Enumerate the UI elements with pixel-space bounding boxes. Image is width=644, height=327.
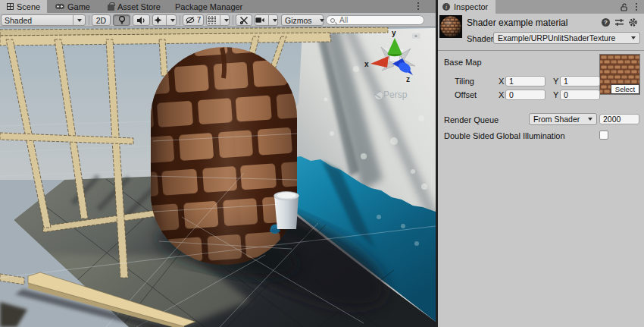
effects-sparkle-icon [154,16,162,24]
toggle-2d-button[interactable]: 2D [92,14,111,26]
hidden-objects-button[interactable]: 7 [183,14,204,26]
eye-slash-icon [186,16,195,24]
shader-dropdown[interactable]: Example/URPUnlitShaderTexture [493,32,640,44]
render-queue-input[interactable] [599,114,639,124]
gear-icon[interactable] [628,17,638,27]
scene-toolbar: Shaded 2D [0,13,436,27]
tab-inspector[interactable]: Inspector [438,0,496,14]
tab-scene[interactable]: Scene [0,0,47,13]
shading-mode-dropdown[interactable]: Shaded [1,14,86,26]
render-queue-dropdown-value: From Shader [533,115,580,124]
projection-label[interactable]: Persp [383,90,408,100]
help-icon[interactable] [602,18,610,27]
tools-icon [239,16,249,25]
editor-tools-button[interactable] [236,14,252,26]
scene-grid-icon [7,3,14,10]
tab-inspector-label: Inspector [454,2,488,11]
grid-snapping-dropdown[interactable] [206,14,230,26]
audio-toggle-button[interactable] [133,14,150,26]
tiling-label: Tiling [455,77,474,86]
tab-package-manager-label: Package Manager [175,2,242,11]
chevron-down-icon [588,118,592,121]
viewport-corner-icon [412,33,420,39]
section-separator [438,50,644,51]
base-map-section-label: Base Map [444,58,482,67]
preset-icon[interactable] [615,19,624,26]
chevron-down-icon [77,19,82,22]
scene-tabbar-menu-icon[interactable] [417,2,419,4]
camera-icon [255,17,264,24]
lightbulb-icon [117,15,127,25]
gamepad-icon [55,4,64,9]
hidden-objects-count: 7 [197,16,202,24]
render-queue-dropdown[interactable]: From Shader [529,113,597,125]
tab-asset-store[interactable]: Asset Store [101,0,167,13]
divider [233,15,233,25]
tiling-x-input[interactable] [505,76,546,86]
info-icon [442,3,450,11]
chevron-down-icon [273,19,277,22]
axis-y-label: y [392,29,396,37]
texture-select-button[interactable]: Select [611,84,639,94]
double-sided-gi-checkbox[interactable] [599,130,608,140]
offset-label: Offset [455,90,477,99]
double-sided-gi-label: Double Sided Global Illumination [444,131,565,140]
chevron-down-icon [170,19,175,22]
camera-dropdown-button[interactable] [255,14,278,26]
scene-viewport[interactable]: y x z Persp [0,27,436,327]
divider [268,15,269,25]
axis-x-label: x [364,60,369,68]
scene-tabbar: Scene Game Asset Store Package Manager [0,0,436,13]
render-queue-label: Render Queue [444,115,499,124]
inspector-menu-icon[interactable] [636,3,637,5]
offset-x-input[interactable] [505,90,546,100]
lock-icon[interactable] [620,3,628,11]
search-icon [330,18,335,23]
divider [73,15,73,25]
inspector-panel: Inspector [438,0,644,327]
chevron-down-icon [224,19,229,22]
tab-game[interactable]: Game [48,0,97,13]
grid-icon [208,16,216,24]
scene-panel: Scene Game Asset Store Package Manager S… [0,0,436,327]
divider [220,15,220,25]
tab-game-label: Game [67,2,90,11]
axis-z-label: z [406,75,410,83]
tiling-y-input[interactable] [560,76,600,86]
tiling-x-label: X [499,77,504,86]
effects-dropdown-button[interactable] [152,14,177,26]
unity-editor-window: Scene Game Asset Store Package Manager S… [0,0,644,327]
gizmos-dropdown[interactable]: Gizmos [281,14,324,26]
divider [89,15,89,25]
tab-scene-label: Scene [17,2,40,11]
lighting-toggle-button[interactable] [113,14,130,26]
search-input[interactable] [338,15,420,25]
shader-dropdown-value: Example/URPUnlitShaderTexture [498,33,615,42]
offset-y-input[interactable] [560,90,600,100]
tab-package-manager[interactable]: Package Manager [168,0,249,13]
speaker-icon [136,16,146,25]
shader-label: Shader [467,34,493,43]
offset-y-label: Y [553,90,558,99]
offset-x-label: X [499,90,504,99]
shopping-bag-icon [108,5,114,11]
chevron-down-icon [320,19,324,22]
base-map-texture-thumbnail[interactable]: Select [599,54,640,95]
tiling-y-label: Y [553,77,558,86]
material-preview-sphere[interactable] [439,15,462,38]
shading-mode-label: Shaded [5,16,69,25]
material-name: Shader example material [467,17,567,28]
toggle-2d-label: 2D [96,16,106,25]
scene-search-field [326,15,424,25]
chevron-down-icon [631,36,636,39]
tab-asset-store-label: Asset Store [117,2,161,11]
divider [180,15,180,25]
divider [166,15,167,25]
inspector-tabbar: Inspector [438,0,644,14]
gizmos-label: Gizmos [285,16,312,25]
